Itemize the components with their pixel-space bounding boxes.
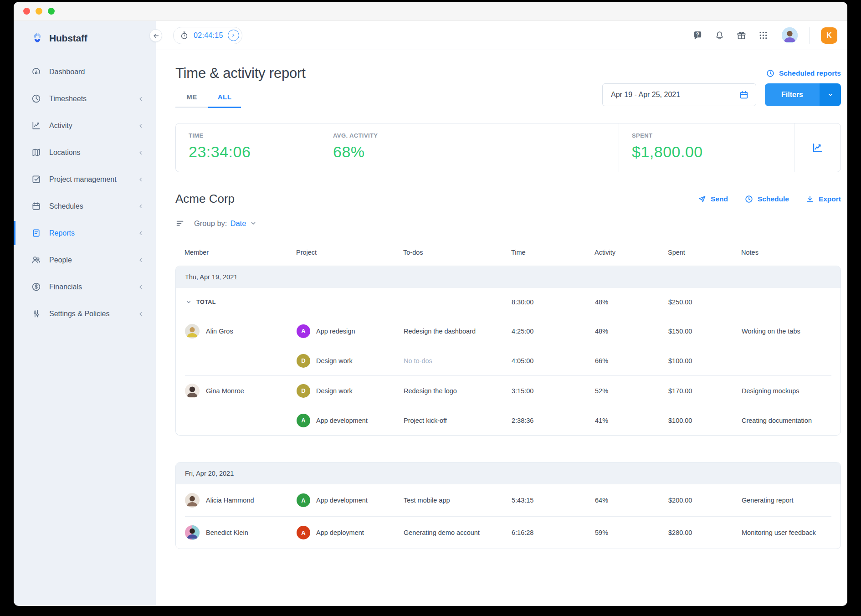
app-window: Hubstaff Dashboard Timesheets <box>14 2 847 606</box>
clock-icon <box>766 69 775 78</box>
scheduled-reports-link[interactable]: Scheduled reports <box>766 69 841 78</box>
todo-cell: Project kick-off <box>404 417 512 424</box>
sidebar-nav: Dashboard Timesheets <box>14 58 156 327</box>
chevron-left-icon <box>137 175 145 184</box>
member-name: Gina Monroe <box>206 387 244 395</box>
back-button[interactable] <box>149 29 162 42</box>
sidebar-item-label: Timesheets <box>49 95 87 103</box>
sidebar-item-label: Dashboard <box>49 68 85 76</box>
filters-dropdown-button[interactable] <box>820 83 841 106</box>
filters-button[interactable]: Filters <box>765 83 820 106</box>
date-group-card: Thu, Apr 19, 2021 TOTAL 8:30:00 48% $250… <box>175 266 841 436</box>
activity-icon <box>31 120 41 131</box>
calendar-icon <box>739 90 749 100</box>
table-row: D Design work No to-dos 4:05:00 66% $100… <box>176 346 840 375</box>
timer-value: 02:44:15 <box>194 31 223 40</box>
date-range-picker[interactable]: Apr 19 - Apr 25, 2021 <box>602 83 756 106</box>
date-group-card: Fri, Apr 20, 2021 Alicia Hammond A App d… <box>175 462 841 549</box>
apps-grid-icon[interactable] <box>758 30 769 41</box>
sidebar-item-reports[interactable]: Reports <box>14 220 156 246</box>
column-header-member: Member <box>184 249 296 256</box>
tab-all[interactable]: ALL <box>208 86 241 108</box>
table-row: Alin Gros A App redesign Redesign the da… <box>176 316 840 346</box>
member-name: Alin Gros <box>206 328 233 335</box>
spent-stat-label: SPENT <box>632 132 794 139</box>
table-row: Alicia Hammond A App development Test mo… <box>176 484 840 516</box>
group-by-dropdown[interactable]: Group by: Date <box>194 219 257 228</box>
sidebar-item-label: People <box>49 256 72 264</box>
project-badge: D <box>297 354 310 368</box>
chevron-left-icon <box>137 310 145 318</box>
svg-text:?: ? <box>696 31 699 38</box>
spent-cell: $200.00 <box>668 497 742 504</box>
sort-lines-icon[interactable] <box>175 218 185 228</box>
total-time: 8:30:00 <box>512 298 595 306</box>
minimize-window-button[interactable] <box>36 8 42 15</box>
avg-activity-stat-label: AVG. ACTIVITY <box>333 132 619 139</box>
project-management-icon <box>31 174 41 185</box>
help-icon[interactable]: ? <box>692 30 703 41</box>
sidebar-item-label: Financials <box>49 283 82 291</box>
organization-badge[interactable]: K <box>821 27 837 44</box>
brand-name: Hubstaff <box>49 33 87 44</box>
view-chart-button[interactable] <box>794 123 840 172</box>
group-by-value: Date <box>230 219 246 228</box>
locations-icon <box>31 147 41 158</box>
sidebar-item-project-management[interactable]: Project management <box>14 166 156 193</box>
notes-cell: Monitoring user feedback <box>742 529 831 536</box>
todo-cell: Redesign the logo <box>404 387 512 395</box>
member-name: Alicia Hammond <box>206 497 254 504</box>
export-button[interactable]: Export <box>805 195 841 204</box>
summary-stats-card: TIME 23:34:06 AVG. ACTIVITY 68% SPENT $1… <box>175 123 841 172</box>
open-timer-icon[interactable] <box>228 30 239 41</box>
time-cell: 5:43:15 <box>512 497 595 504</box>
time-cell: 2:38:36 <box>512 417 595 424</box>
financials-icon <box>31 282 41 292</box>
time-cell: 3:15:00 <box>512 387 595 395</box>
line-chart-icon <box>811 142 824 154</box>
sidebar-item-label: Locations <box>49 149 81 157</box>
notifications-bell-icon[interactable] <box>714 30 725 41</box>
zoom-window-button[interactable] <box>48 8 55 15</box>
avatar <box>185 525 200 540</box>
timer-widget[interactable]: 02:44:15 <box>173 27 242 44</box>
tab-me[interactable]: ME <box>175 86 208 108</box>
activity-cell: 64% <box>595 497 668 504</box>
date-group-header: Thu, Apr 19, 2021 <box>176 266 840 288</box>
sidebar-item-label: Project management <box>49 175 117 184</box>
notes-cell: Designing mockups <box>742 387 831 395</box>
close-window-button[interactable] <box>23 8 30 15</box>
time-cell: 4:25:00 <box>512 328 595 335</box>
avatar <box>185 384 200 398</box>
sidebar-item-settings-policies[interactable]: Settings & Policies <box>14 300 156 327</box>
sidebar-item-timesheets[interactable]: Timesheets <box>14 85 156 112</box>
send-label: Send <box>711 195 728 203</box>
total-activity: 48% <box>595 298 668 306</box>
gift-icon[interactable] <box>736 30 747 41</box>
activity-cell: 52% <box>595 387 668 395</box>
schedules-icon <box>31 201 41 211</box>
sidebar-item-financials[interactable]: Financials <box>14 273 156 300</box>
user-avatar[interactable] <box>782 27 798 43</box>
table-row: Benedict Klein A App deployment Generati… <box>176 517 840 549</box>
sidebar-item-label: Settings & Policies <box>49 310 110 318</box>
scope-tabs: ME ALL <box>175 86 241 108</box>
sidebar-item-activity[interactable]: Activity <box>14 112 156 139</box>
total-label: TOTAL <box>196 299 216 305</box>
column-header-todos: To-dos <box>403 249 511 256</box>
spent-cell: $280.00 <box>668 529 742 536</box>
sidebar-item-schedules[interactable]: Schedules <box>14 193 156 220</box>
send-button[interactable]: Send <box>697 195 728 204</box>
column-header-project: Project <box>296 249 403 256</box>
avg-activity-stat-value: 68% <box>333 143 619 161</box>
chevron-left-icon <box>137 229 145 237</box>
project-badge: A <box>297 493 310 507</box>
sidebar-item-locations[interactable]: Locations <box>14 139 156 166</box>
sidebar-item-label: Activity <box>49 122 72 130</box>
sidebar-item-dashboard[interactable]: Dashboard <box>14 58 156 85</box>
column-header-spent: Spent <box>668 249 741 256</box>
todo-cell: Redesign the dashboard <box>404 328 512 335</box>
sidebar-item-people[interactable]: People <box>14 246 156 273</box>
schedule-button[interactable]: Schedule <box>744 195 789 204</box>
collapse-chevron-icon[interactable] <box>185 298 192 306</box>
